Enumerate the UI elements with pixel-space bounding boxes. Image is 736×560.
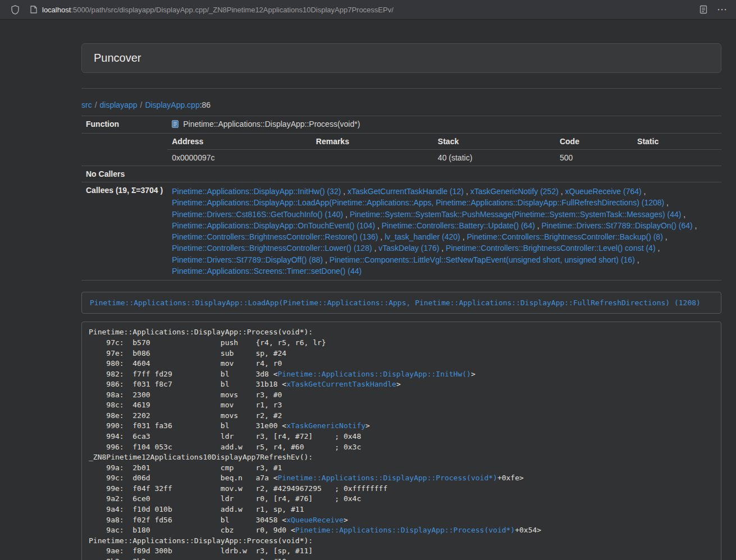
callee-link[interactable]: Pinetime::Applications::DisplayApp::Load… xyxy=(172,198,664,207)
stats-value-row: 0x0000097c 40 (static) 500 xyxy=(167,150,721,166)
callee-link[interactable]: Pinetime::Applications::DisplayApp::Init… xyxy=(172,187,341,196)
callee-link[interactable]: Pinetime::Controllers::BrightnessControl… xyxy=(172,244,372,253)
asm-text: 98e: 2202 movs r2, #2 xyxy=(89,411,282,420)
asm-text: 986: f031 f8c7 bl 31b18 < xyxy=(89,380,286,388)
reader-mode-icon[interactable] xyxy=(700,5,707,14)
callee-separator: , xyxy=(464,187,470,196)
asm-text: 98a: 2300 movs r3, #0 xyxy=(89,391,282,399)
asm-text: 9a2: 6ce0 ldr r0, [r4, #76] ; 0x4c xyxy=(89,494,361,503)
stat-address: 0x0000097c xyxy=(167,150,312,166)
callee-separator: , xyxy=(635,255,639,264)
column-static: Static xyxy=(633,134,721,150)
url-bar[interactable]: localhost:5000/path/src/displayapp/Displ… xyxy=(30,6,694,14)
callee-link[interactable]: Pinetime::Components::LittleVgl::SetNewT… xyxy=(330,255,635,264)
asm-text: 99c: d06d beq.n a7a < xyxy=(89,474,278,482)
highlighted-symbol[interactable]: Pinetime::Applications::DisplayApp::Load… xyxy=(81,292,721,314)
callee-separator: , xyxy=(460,232,467,241)
asm-text: 982: f7ff fd29 bl 3d8 < xyxy=(89,370,278,378)
no-callers-label: No Callers xyxy=(81,166,167,182)
shield-icon[interactable] xyxy=(11,5,20,15)
function-name: Pinetime::Applications::DisplayApp::Proc… xyxy=(183,120,360,128)
asm-text: 9ac: b180 cbz r0, 9d0 < xyxy=(89,526,295,534)
asm-text: 990: f031 fa36 bl 31e00 < xyxy=(89,421,286,430)
disassembly: Pinetime::Applications::DisplayApp::Proc… xyxy=(81,322,721,560)
divider xyxy=(81,88,721,89)
breadcrumb-link-file[interactable]: DisplayApp.cpp xyxy=(145,100,199,109)
callee-link[interactable]: xQueueReceive (764) xyxy=(565,187,642,196)
page-icon xyxy=(30,6,37,13)
callee-link[interactable]: Pinetime::Controllers::BrightnessControl… xyxy=(172,232,378,241)
stat-static xyxy=(633,150,721,166)
symbol-link[interactable]: xTaskGenericNotify xyxy=(286,421,365,430)
callee-separator: , xyxy=(343,210,350,219)
page-title: Puncover xyxy=(94,52,141,64)
callee-link[interactable]: Pinetime::Drivers::St7789::DisplayOff() … xyxy=(172,255,323,264)
menu-icon[interactable]: ⋯ xyxy=(717,4,728,15)
stat-code: 500 xyxy=(555,150,633,166)
symbol-link[interactable]: Pinetime::Applications::DisplayApp::Proc… xyxy=(295,526,515,534)
url-host: localhost xyxy=(42,6,71,14)
asm-text: 98c: 4619 mov r1, r3 xyxy=(89,401,282,409)
asm-text: 97c: b570 push {r4, r5, r6, lr} xyxy=(89,338,326,347)
asm-text: +0xfe> xyxy=(497,474,524,482)
callee-link[interactable]: Pinetime::System::SystemTask::PushMessag… xyxy=(350,210,682,219)
breadcrumb: src/displayapp/DisplayApp.cpp:86 xyxy=(81,100,721,109)
column-stack: Stack xyxy=(433,134,555,150)
breadcrumb-separator: / xyxy=(138,100,145,109)
callee-link[interactable]: Pinetime::Applications::DisplayApp::OnTo… xyxy=(172,221,375,230)
asm-text: _ZN8Pinetime12Applications10DisplayApp7R… xyxy=(89,453,313,461)
asm-text: 996: f104 053c add.w r5, r4, #60 ; 0x3c xyxy=(89,443,361,451)
callee-link[interactable]: xTaskGetCurrentTaskHandle (12) xyxy=(348,187,464,196)
asm-text: +0x54> xyxy=(515,526,541,534)
column-address: Address xyxy=(167,134,312,150)
symbol-link[interactable]: xQueueReceive xyxy=(286,516,344,524)
callee-link[interactable]: Pinetime::Applications::Screens::Timer::… xyxy=(172,267,362,276)
callee-separator: , xyxy=(535,221,542,230)
callee-separator: , xyxy=(378,232,385,241)
callees-list: Pinetime::Applications::DisplayApp::Init… xyxy=(167,182,721,281)
callee-link[interactable]: Pinetime::Controllers::Battery::Update()… xyxy=(382,221,535,230)
symbol-link[interactable]: xTaskGetCurrentTaskHandle xyxy=(286,380,396,388)
stats-table: Address Remarks Stack Code Static 0x0000… xyxy=(167,134,721,166)
callee-separator: , xyxy=(323,255,330,264)
callee-separator: , xyxy=(693,221,697,230)
page-content: Puncover src/displayapp/DisplayApp.cpp:8… xyxy=(81,43,721,560)
app-header: Puncover xyxy=(81,43,721,73)
callee-separator: , xyxy=(664,198,669,207)
asm-text: Pinetime::Applications::DisplayApp::Proc… xyxy=(89,328,313,336)
callee-separator: , xyxy=(559,187,565,196)
asm-text: > xyxy=(344,516,348,524)
column-remarks: Remarks xyxy=(312,134,433,150)
function-name-cell: Pinetime::Applications::DisplayApp::Proc… xyxy=(167,116,721,134)
breadcrumb-separator: / xyxy=(92,100,100,109)
callee-link[interactable]: lv_task_handler (420) xyxy=(385,232,460,241)
line-number: :86 xyxy=(200,100,211,109)
asm-text: 9b2: 2b2c cmp r3, #10 xyxy=(89,557,286,560)
asm-text: 9a8: f02f fd56 bl 30458 < xyxy=(89,516,286,524)
function-label: Function xyxy=(81,116,167,134)
stat-remarks xyxy=(312,150,433,166)
callee-separator: , xyxy=(656,244,660,253)
asm-text: > xyxy=(396,380,401,388)
callee-link[interactable]: Pinetime::Drivers::Cst816S::GetTouchInfo… xyxy=(172,210,343,219)
callee-separator: , xyxy=(372,244,379,253)
callee-link[interactable]: Pinetime::Drivers::St7789::DisplayOn() (… xyxy=(542,221,693,230)
function-row: Function Pinetime::Applications::Display… xyxy=(81,116,721,134)
stats-cell: Address Remarks Stack Code Static 0x0000… xyxy=(167,134,721,166)
callee-link[interactable]: Pinetime::Controllers::BrightnessControl… xyxy=(446,244,655,253)
callee-link[interactable]: vTaskDelay (176) xyxy=(378,244,439,253)
asm-text: 97e: b086 sub sp, #24 xyxy=(89,349,286,357)
callees-row: Callees (19, Σ=3704 ) Pinetime::Applicat… xyxy=(81,182,721,281)
callee-link[interactable]: xTaskGenericNotify (252) xyxy=(470,187,559,196)
stat-stack: 40 (static) xyxy=(433,150,555,166)
symbol-link[interactable]: Pinetime::Applications::DisplayApp::Init… xyxy=(278,370,471,378)
symbol-link[interactable]: Pinetime::Applications::DisplayApp::Proc… xyxy=(278,474,497,482)
breadcrumb-link-displayapp[interactable]: displayapp xyxy=(100,100,138,109)
no-callers-cell xyxy=(167,166,721,182)
breadcrumb-link-src[interactable]: src xyxy=(81,100,92,109)
asm-text: 994: 6ca3 ldr r3, [r4, #72] ; 0x48 xyxy=(89,432,361,440)
callee-link[interactable]: Pinetime::Controllers::BrightnessControl… xyxy=(467,232,662,241)
asm-text: > xyxy=(471,370,476,378)
asm-text: > xyxy=(365,421,370,430)
column-code: Code xyxy=(555,134,633,150)
